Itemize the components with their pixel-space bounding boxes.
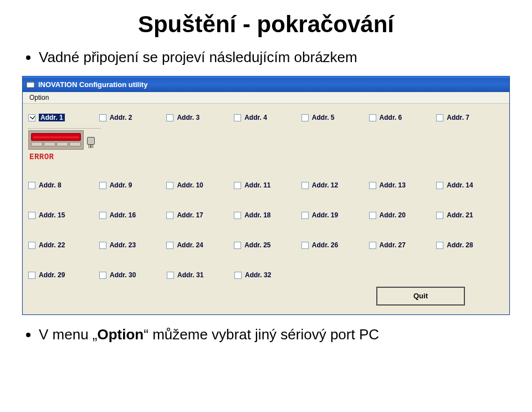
- checkbox-icon[interactable]: [28, 114, 35, 121]
- addr-20[interactable]: Addr. 20: [369, 211, 437, 219]
- checkbox-icon[interactable]: [167, 272, 174, 279]
- addr-row-4: Addr. 22 Addr. 23 Addr. 24 Addr. 25 Addr…: [28, 239, 504, 251]
- addr-label: Addr. 28: [447, 241, 473, 249]
- checkbox-icon[interactable]: [234, 272, 242, 279]
- checkbox-icon[interactable]: [166, 182, 173, 189]
- addr-29[interactable]: Addr. 29: [28, 271, 99, 279]
- addr-5[interactable]: Addr. 5: [301, 114, 369, 121]
- addr-8[interactable]: Addr. 8: [28, 181, 99, 189]
- checkbox-icon[interactable]: [369, 212, 376, 219]
- addr-label: Addr. 10: [177, 181, 203, 189]
- checkbox-icon[interactable]: [28, 272, 35, 279]
- addr-14[interactable]: Addr. 14: [436, 181, 504, 189]
- checkbox-icon[interactable]: [436, 182, 443, 189]
- checkbox-icon[interactable]: [369, 242, 376, 249]
- addr-17[interactable]: Addr. 17: [166, 211, 234, 219]
- checkbox-icon[interactable]: [234, 242, 241, 249]
- checkbox-icon[interactable]: [99, 242, 106, 249]
- checkbox-icon[interactable]: [99, 182, 106, 189]
- addr-18[interactable]: Addr. 18: [234, 211, 301, 219]
- checkbox-icon[interactable]: [28, 182, 35, 189]
- addr-19[interactable]: Addr. 19: [301, 211, 369, 219]
- checkbox-icon[interactable]: [369, 114, 376, 121]
- addr-22[interactable]: Addr. 22: [28, 241, 99, 249]
- addr-label: Addr. 16: [110, 211, 136, 219]
- checkbox-icon[interactable]: [99, 272, 106, 279]
- checkbox-icon[interactable]: [369, 182, 376, 189]
- addr-15[interactable]: Addr. 15: [28, 211, 99, 219]
- addr-label: Addr. 2: [110, 114, 132, 121]
- app-window: INOVATION Configuration utility Option A…: [22, 76, 510, 315]
- addr-30[interactable]: Addr. 30: [99, 271, 167, 279]
- addr-6[interactable]: Addr. 6: [369, 114, 437, 121]
- addr-4[interactable]: Addr. 4: [234, 114, 301, 121]
- checkbox-icon[interactable]: [99, 114, 106, 121]
- bullet-2: V menu „Option“ můžeme vybrat jiný sério…: [39, 326, 510, 343]
- addr-28[interactable]: Addr. 28: [436, 241, 504, 249]
- addr-32[interactable]: Addr. 32: [234, 271, 302, 279]
- addr-label: Addr. 9: [110, 181, 132, 189]
- addr-row-1: Addr. 1 Addr. 2 Addr. 3 Addr. 4 Addr. 5: [28, 111, 504, 124]
- addr-label: Addr. 7: [447, 114, 469, 121]
- addr-label: Addr. 18: [244, 211, 270, 219]
- addr-row-3: Addr. 15 Addr. 16 Addr. 17 Addr. 18 Addr…: [28, 209, 504, 221]
- addr-label: Addr. 19: [312, 211, 338, 219]
- checkbox-icon[interactable]: [234, 114, 241, 121]
- addr-10[interactable]: Addr. 10: [166, 181, 234, 189]
- checkbox-icon[interactable]: [436, 114, 443, 121]
- quit-button[interactable]: Quit: [376, 287, 465, 306]
- checkbox-icon[interactable]: [301, 212, 309, 219]
- addr-label: Addr. 13: [380, 181, 406, 189]
- addr-26[interactable]: Addr. 26: [301, 241, 369, 249]
- addr-12[interactable]: Addr. 12: [301, 181, 369, 189]
- addr-31[interactable]: Addr. 31: [167, 271, 234, 279]
- slide: Spuštění - pokračování Vadné připojení s…: [0, 0, 532, 412]
- addr-23[interactable]: Addr. 23: [99, 241, 167, 249]
- checkbox-icon[interactable]: [234, 182, 241, 189]
- checkbox-icon[interactable]: [436, 212, 443, 219]
- checkbox-icon[interactable]: [28, 212, 35, 219]
- addr-11[interactable]: Addr. 11: [234, 181, 301, 189]
- checkbox-icon[interactable]: [99, 212, 106, 219]
- addr-7[interactable]: Addr. 7: [436, 114, 504, 121]
- addr-row-2: Addr. 8 Addr. 9 Addr. 10 Addr. 11 Addr. …: [28, 179, 504, 191]
- checkbox-icon[interactable]: [166, 212, 173, 219]
- addr-label: Addr. 17: [177, 211, 203, 219]
- plug-icon: [87, 134, 97, 150]
- addr-9[interactable]: Addr. 9: [99, 181, 167, 189]
- checkbox-icon[interactable]: [301, 114, 309, 121]
- checkbox-icon[interactable]: [301, 182, 309, 189]
- addr-25[interactable]: Addr. 25: [234, 241, 301, 249]
- addr-label: Addr. 6: [380, 114, 402, 121]
- addr-label: Addr. 11: [244, 181, 270, 189]
- checkbox-icon[interactable]: [301, 242, 309, 249]
- addr-label: Addr. 23: [110, 241, 136, 249]
- addr-24[interactable]: Addr. 24: [166, 241, 234, 249]
- addr-label: Addr. 5: [312, 114, 335, 121]
- addr-label: Addr. 29: [39, 271, 65, 279]
- addr-label: Addr. 1: [39, 114, 65, 121]
- device-screen: [31, 133, 81, 141]
- addr-27[interactable]: Addr. 27: [369, 241, 437, 249]
- addr-label: Addr. 26: [312, 241, 338, 249]
- addr-16[interactable]: Addr. 16: [99, 211, 167, 219]
- client-area: Addr. 1 Addr. 2 Addr. 3 Addr. 4 Addr. 5: [23, 104, 509, 314]
- checkbox-icon[interactable]: [28, 242, 35, 249]
- addr-label: Addr. 8: [39, 181, 62, 189]
- bullet-2-pre: V menu „: [39, 326, 98, 343]
- bullet-2-post: “ můžeme vybrat jiný sériový port PC: [144, 326, 379, 343]
- checkbox-icon[interactable]: [166, 242, 173, 249]
- addr-label: Addr. 32: [245, 271, 271, 279]
- addr-13[interactable]: Addr. 13: [369, 181, 437, 189]
- addr-1[interactable]: Addr. 1: [28, 114, 99, 121]
- addr-label: Addr. 12: [312, 181, 338, 189]
- checkbox-icon[interactable]: [436, 242, 443, 249]
- checkbox-icon[interactable]: [166, 114, 173, 121]
- addr-3[interactable]: Addr. 3: [166, 114, 234, 121]
- menu-option[interactable]: Option: [26, 93, 52, 103]
- addr-label: Addr. 30: [110, 271, 136, 279]
- titlebar: INOVATION Configuration utility: [23, 77, 509, 92]
- addr-21[interactable]: Addr. 21: [436, 211, 504, 219]
- checkbox-icon[interactable]: [234, 212, 241, 219]
- addr-2[interactable]: Addr. 2: [99, 114, 167, 121]
